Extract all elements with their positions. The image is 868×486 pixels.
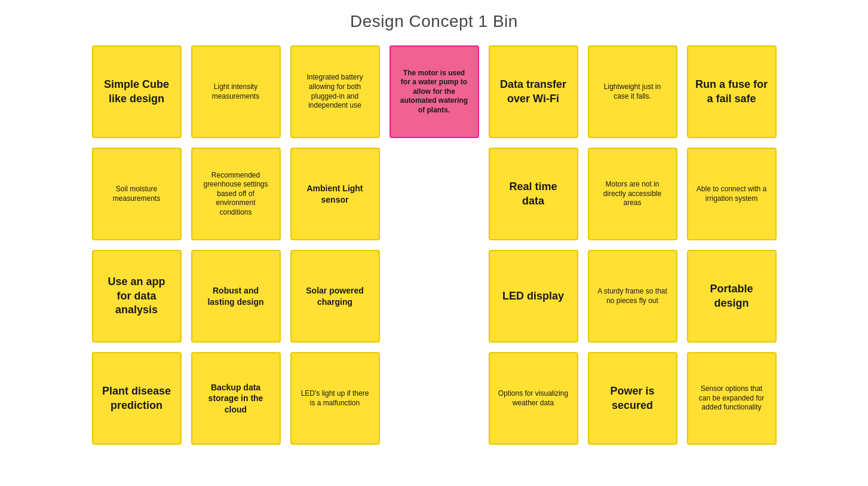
card-text-r1c4: The motor is used for a water pump to al… <box>398 69 471 115</box>
card-r2c5: Real time data <box>489 148 578 240</box>
card-r4c2: Backup data storage in the cloud <box>191 352 281 445</box>
card-text-r2c1: Soil moisture measurements <box>100 185 173 203</box>
card-r4c3: LED's light up if there is a malfunction <box>290 352 380 445</box>
page-title: Design Concept 1 Bin <box>350 12 518 31</box>
card-text-r3c3: Solar powered charging <box>299 285 372 307</box>
card-text-r4c5: Options for visualizing weather data <box>497 389 570 408</box>
card-text-r2c3: Ambient Light sensor <box>299 183 372 204</box>
card-text-r3c7: Portable design <box>695 282 768 310</box>
card-text-r4c2: Backup data storage in the cloud <box>200 382 272 415</box>
card-r3c4 <box>389 250 479 343</box>
card-text-r2c2: Recommended greenhouse settings based of… <box>200 171 272 218</box>
card-r3c6: A sturdy frame so that no pieces fly out <box>588 250 677 343</box>
card-text-r1c3: Integrated battery allowing for both plu… <box>299 73 372 110</box>
card-r3c2: Robust and lasting design <box>191 250 281 343</box>
card-r4c5: Options for visualizing weather data <box>489 352 578 445</box>
card-r2c4 <box>389 148 479 240</box>
card-r3c3: Solar powered charging <box>290 250 380 343</box>
card-r3c1: Use an app for data analysis <box>92 250 182 343</box>
card-r4c7: Sensor options that can be expanded for … <box>687 352 777 445</box>
card-text-r3c2: Robust and lasting design <box>200 285 272 307</box>
card-r2c3: Ambient Light sensor <box>290 148 380 240</box>
card-text-r3c5: LED display <box>502 289 564 303</box>
card-text-r1c1: Simple Cube like design <box>100 78 173 106</box>
card-text-r1c5: Data transfer over Wi-Fi <box>497 78 570 106</box>
card-r2c2: Recommended greenhouse settings based of… <box>191 148 281 240</box>
card-text-r1c2: Light intensity measurements <box>200 82 272 101</box>
card-text-r4c7: Sensor options that can be expanded for … <box>695 384 768 412</box>
card-r4c4 <box>389 352 479 445</box>
card-r2c7: Able to connect with a irrigation system <box>687 148 777 240</box>
card-r1c1: Simple Cube like design <box>92 45 182 138</box>
card-r2c6: Motors are not in directly accessible ar… <box>588 148 677 240</box>
card-grid: Simple Cube like designLight intensity m… <box>92 45 777 445</box>
card-text-r3c1: Use an app for data analysis <box>100 275 173 317</box>
card-text-r4c3: LED's light up if there is a malfunction <box>299 389 372 408</box>
card-r3c5: LED display <box>489 250 578 343</box>
card-r2c1: Soil moisture measurements <box>92 148 182 240</box>
card-r1c7: Run a fuse for a fail safe <box>687 45 777 138</box>
card-text-r2c5: Real time data <box>497 180 570 208</box>
card-r1c5: Data transfer over Wi-Fi <box>489 45 578 138</box>
card-text-r2c6: Motors are not in directly accessible ar… <box>596 180 669 208</box>
card-text-r1c7: Run a fuse for a fail safe <box>695 78 768 106</box>
card-r4c1: Plant disease prediction <box>92 352 182 445</box>
card-r1c2: Light intensity measurements <box>191 45 281 138</box>
card-r1c4: The motor is used for a water pump to al… <box>389 45 479 138</box>
card-text-r4c6: Power is secured <box>596 384 669 412</box>
card-text-r3c6: A sturdy frame so that no pieces fly out <box>596 287 669 305</box>
card-r1c6: Lightweight just in case it falls. <box>588 45 677 138</box>
card-text-r2c7: Able to connect with a irrigation system <box>695 185 768 203</box>
card-r4c6: Power is secured <box>588 352 677 445</box>
card-r3c7: Portable design <box>687 250 777 343</box>
card-text-r4c1: Plant disease prediction <box>100 384 173 412</box>
card-text-r1c6: Lightweight just in case it falls. <box>596 82 669 101</box>
card-r1c3: Integrated battery allowing for both plu… <box>290 45 380 138</box>
